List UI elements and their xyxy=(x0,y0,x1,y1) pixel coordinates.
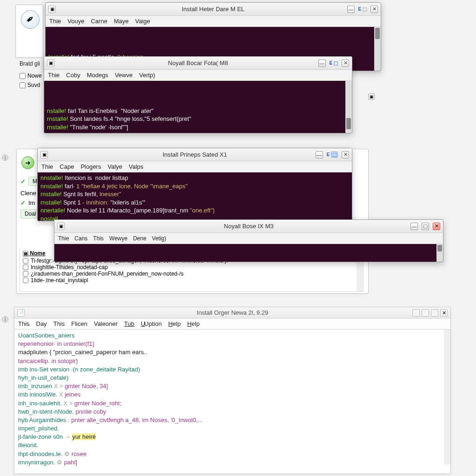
maximize-button[interactable]: ▢ xyxy=(422,223,429,230)
editor-title: Install Orger Newa 2l, 9.29 xyxy=(14,309,450,316)
terminal-output[interactable]: rnsfaco;ar! "s* incpbes Node is shossbes… xyxy=(54,244,443,262)
list-header-icon: ▤ xyxy=(23,251,28,257)
terminal-output[interactable]: nnstalle! Itencion is noder listtapnnsta… xyxy=(38,172,352,221)
minimize-button[interactable]: — xyxy=(347,6,355,13)
expand-icon[interactable]: ▣ xyxy=(368,93,375,100)
brand-label: Bratd gli xyxy=(20,60,40,67)
terminal-output[interactable]: nstalle! farl Tan is-Enebles "Noder ater… xyxy=(44,81,352,133)
term-app-icon: ▣ xyxy=(48,6,56,13)
close-button[interactable]: ✕ xyxy=(370,6,378,13)
minimize-button[interactable]: — xyxy=(410,223,418,230)
close-button[interactable]: ✕ xyxy=(342,151,349,159)
minimize-button[interactable]: — xyxy=(316,151,323,159)
editor-body[interactable]: UoantSonbes_aniersreperiehonior· in unto… xyxy=(14,330,450,464)
menubar[interactable]: ThieCoby ModegsVewve Vertp) xyxy=(44,70,352,81)
term-app-icon: ▣ xyxy=(40,151,48,159)
list-item: ¿iraduemes-than_perident-FonFNUM_pervide… xyxy=(31,271,184,277)
terminal-window-2: ▣ Noyall Bocar Fota( M8 — E ⬚ ✕ ThieCoby… xyxy=(44,56,352,133)
badge-e: E ⬚ xyxy=(327,152,338,157)
check-icon: ✓ xyxy=(20,199,26,206)
info-icon: i xyxy=(2,316,8,323)
scrollbar[interactable] xyxy=(436,244,443,262)
menubar[interactable]: ThieCape PlogersValye Valps xyxy=(38,161,352,172)
editor-window: 📄 Install Orger Newa 2l, 9.29 ✕ ThisDay … xyxy=(14,307,451,474)
term-app-icon: ▣ xyxy=(57,223,65,230)
scrollbar[interactable] xyxy=(345,81,352,133)
menubar[interactable]: ThieVouye CarneMaye Vaige xyxy=(46,16,381,27)
check-icon: ✓ xyxy=(20,178,26,185)
editor-menubar[interactable]: ThisDay ThisFlicen ValeonerTub UUption H… xyxy=(14,318,450,330)
list-item-cb[interactable] xyxy=(23,258,28,264)
list-item-cb[interactable] xyxy=(23,271,28,277)
list-item: Insighltlle-Tlhides_nodetad-cap xyxy=(31,264,108,271)
list-item: 1tide-.tne-ntal_inystaipl xyxy=(31,277,88,284)
badge-e: E ⬚ xyxy=(330,60,338,66)
close-button[interactable]: ✕ xyxy=(342,60,349,67)
pen-icon: ✒ xyxy=(21,10,40,29)
list-header-name: Nome xyxy=(30,250,45,257)
info-icon: i xyxy=(2,154,8,161)
badge-e: E ⬚ xyxy=(358,7,367,12)
cb-suvd[interactable]: Suvd xyxy=(20,82,42,88)
im-label: Im xyxy=(28,199,35,206)
menubar[interactable]: ThieCans ThisWewye DeneVetig) xyxy=(54,233,443,244)
close-button[interactable]: ✕ xyxy=(433,223,440,230)
window-title: Install Prineps Sated X1 xyxy=(38,151,352,158)
term-app-icon: ▣ xyxy=(47,60,54,67)
window-title: Noyall Bose IX M3 xyxy=(54,223,443,230)
cb-nowe[interactable]: Nowe xyxy=(20,73,42,79)
window-title: Noyall Bocar Fota( M8 xyxy=(44,60,352,66)
terminal-window-4: ▣ Noyall Bose IX M3 — ▢ ✕ ThieCans ThisW… xyxy=(54,219,443,262)
minimize-button[interactable]: — xyxy=(318,60,326,67)
list-item-cb[interactable] xyxy=(23,264,28,270)
list-item-cb[interactable] xyxy=(23,278,28,283)
terminal-window-3: ▣ Install Prineps Sated X1 — E ⬚ ✕ ThieC… xyxy=(37,148,352,221)
scrollbar[interactable] xyxy=(444,330,450,464)
window-title: Install Heter Dare M EL xyxy=(46,6,381,13)
scrollbar[interactable] xyxy=(374,27,381,71)
